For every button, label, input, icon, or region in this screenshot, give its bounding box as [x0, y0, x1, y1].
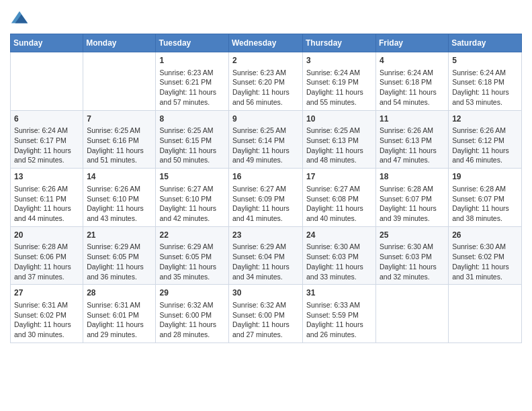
- day-number: 11: [380, 113, 445, 125]
- day-number: 23: [232, 230, 299, 241]
- day-number: 22: [159, 230, 225, 241]
- day-number: 10: [306, 113, 372, 125]
- day-number: 13: [14, 171, 79, 183]
- cell-content: Sunrise: 6:25 AMSunset: 6:14 PMDaylight:…: [232, 126, 299, 165]
- calendar-day-header: Tuesday: [156, 34, 229, 52]
- day-number: 9: [232, 113, 299, 125]
- day-number: 31: [306, 287, 372, 299]
- cell-content: Sunrise: 6:24 AMSunset: 6:18 PMDaylight:…: [380, 68, 445, 107]
- day-number: 2: [232, 55, 299, 66]
- cell-content: Sunrise: 6:31 AMSunset: 6:02 PMDaylight:…: [14, 300, 79, 340]
- calendar-cell: 12Sunrise: 6:26 AMSunset: 6:12 PMDayligh…: [449, 110, 522, 169]
- cell-content: Sunrise: 6:25 AMSunset: 6:16 PMDaylight:…: [87, 126, 152, 165]
- calendar-cell: 29Sunrise: 6:32 AMSunset: 6:00 PMDayligh…: [156, 285, 229, 343]
- calendar-day-header: Thursday: [303, 34, 376, 52]
- cell-content: Sunrise: 6:27 AMSunset: 6:10 PMDaylight:…: [159, 184, 225, 224]
- calendar-cell: 26Sunrise: 6:30 AMSunset: 6:02 PMDayligh…: [449, 226, 522, 285]
- cell-content: Sunrise: 6:30 AMSunset: 6:03 PMDaylight:…: [306, 242, 372, 281]
- day-number: 1: [159, 55, 225, 66]
- cell-content: Sunrise: 6:28 AMSunset: 6:06 PMDaylight:…: [14, 242, 79, 281]
- logo: [10, 9, 30, 28]
- cell-content: Sunrise: 6:30 AMSunset: 6:03 PMDaylight:…: [380, 242, 445, 281]
- calendar-header-row: SundayMondayTuesdayWednesdayThursdayFrid…: [11, 34, 522, 52]
- day-number: 8: [159, 113, 225, 125]
- calendar-cell: 22Sunrise: 6:29 AMSunset: 6:05 PMDayligh…: [156, 226, 229, 285]
- cell-content: Sunrise: 6:26 AMSunset: 6:10 PMDaylight:…: [87, 184, 152, 224]
- cell-content: Sunrise: 6:24 AMSunset: 6:18 PMDaylight:…: [452, 68, 518, 107]
- calendar-week-row: 13Sunrise: 6:26 AMSunset: 6:11 PMDayligh…: [11, 169, 522, 227]
- day-number: 21: [87, 230, 152, 241]
- calendar-cell: 20Sunrise: 6:28 AMSunset: 6:06 PMDayligh…: [11, 226, 83, 285]
- cell-content: Sunrise: 6:23 AMSunset: 6:21 PMDaylight:…: [159, 68, 225, 107]
- cell-content: Sunrise: 6:27 AMSunset: 6:08 PMDaylight:…: [306, 184, 372, 224]
- cell-content: Sunrise: 6:29 AMSunset: 6:05 PMDaylight:…: [159, 242, 225, 281]
- day-number: 24: [306, 230, 372, 241]
- calendar-cell: 9Sunrise: 6:25 AMSunset: 6:14 PMDaylight…: [229, 110, 303, 169]
- cell-content: Sunrise: 6:28 AMSunset: 6:07 PMDaylight:…: [380, 184, 445, 224]
- calendar-cell: 16Sunrise: 6:27 AMSunset: 6:09 PMDayligh…: [229, 169, 303, 227]
- day-number: 5: [452, 55, 518, 66]
- calendar-day-header: Saturday: [449, 34, 522, 52]
- day-number: 27: [14, 287, 79, 299]
- day-number: 19: [452, 171, 518, 183]
- calendar-day-header: Sunday: [11, 34, 83, 52]
- calendar-week-row: 20Sunrise: 6:28 AMSunset: 6:06 PMDayligh…: [11, 226, 522, 285]
- cell-content: Sunrise: 6:24 AMSunset: 6:17 PMDaylight:…: [14, 126, 79, 165]
- day-number: 15: [159, 171, 225, 183]
- calendar-cell: 28Sunrise: 6:31 AMSunset: 6:01 PMDayligh…: [83, 285, 156, 343]
- day-number: 14: [87, 171, 152, 183]
- cell-content: Sunrise: 6:27 AMSunset: 6:09 PMDaylight:…: [232, 184, 299, 224]
- day-number: 25: [380, 230, 445, 241]
- calendar-cell: 5Sunrise: 6:24 AMSunset: 6:18 PMDaylight…: [449, 52, 522, 111]
- calendar-cell: 10Sunrise: 6:25 AMSunset: 6:13 PMDayligh…: [303, 110, 376, 169]
- cell-content: Sunrise: 6:26 AMSunset: 6:12 PMDaylight:…: [452, 126, 518, 165]
- cell-content: Sunrise: 6:25 AMSunset: 6:13 PMDaylight:…: [306, 126, 372, 165]
- calendar-cell: 23Sunrise: 6:29 AMSunset: 6:04 PMDayligh…: [229, 226, 303, 285]
- cell-content: Sunrise: 6:32 AMSunset: 6:00 PMDaylight:…: [232, 300, 299, 340]
- page: SundayMondayTuesdayWednesdayThursdayFrid…: [0, 0, 532, 411]
- day-number: 4: [380, 55, 445, 66]
- calendar-day-header: Wednesday: [229, 34, 303, 52]
- cell-content: Sunrise: 6:26 AMSunset: 6:11 PMDaylight:…: [14, 184, 79, 224]
- day-number: 20: [14, 230, 79, 241]
- day-number: 16: [232, 171, 299, 183]
- cell-content: Sunrise: 6:28 AMSunset: 6:07 PMDaylight:…: [452, 184, 518, 224]
- cell-content: Sunrise: 6:25 AMSunset: 6:15 PMDaylight:…: [159, 126, 225, 165]
- calendar-day-header: Monday: [83, 34, 156, 52]
- calendar-cell: 17Sunrise: 6:27 AMSunset: 6:08 PMDayligh…: [303, 169, 376, 227]
- calendar-cell: 13Sunrise: 6:26 AMSunset: 6:11 PMDayligh…: [11, 169, 83, 227]
- cell-content: Sunrise: 6:31 AMSunset: 6:01 PMDaylight:…: [87, 300, 152, 340]
- calendar-week-row: 27Sunrise: 6:31 AMSunset: 6:02 PMDayligh…: [11, 285, 522, 343]
- day-number: 30: [232, 287, 299, 299]
- day-number: 12: [452, 113, 518, 125]
- cell-content: Sunrise: 6:26 AMSunset: 6:13 PMDaylight:…: [380, 126, 445, 165]
- calendar-cell: 11Sunrise: 6:26 AMSunset: 6:13 PMDayligh…: [376, 110, 449, 169]
- calendar-cell: [11, 52, 83, 111]
- calendar-cell: 24Sunrise: 6:30 AMSunset: 6:03 PMDayligh…: [303, 226, 376, 285]
- cell-content: Sunrise: 6:33 AMSunset: 5:59 PMDaylight:…: [306, 300, 372, 340]
- calendar-cell: 8Sunrise: 6:25 AMSunset: 6:15 PMDaylight…: [156, 110, 229, 169]
- calendar-cell: 2Sunrise: 6:23 AMSunset: 6:20 PMDaylight…: [229, 52, 303, 111]
- cell-content: Sunrise: 6:24 AMSunset: 6:19 PMDaylight:…: [306, 68, 372, 107]
- cell-content: Sunrise: 6:23 AMSunset: 6:20 PMDaylight:…: [232, 68, 299, 107]
- calendar-cell: 27Sunrise: 6:31 AMSunset: 6:02 PMDayligh…: [11, 285, 83, 343]
- calendar-cell: 6Sunrise: 6:24 AMSunset: 6:17 PMDaylight…: [11, 110, 83, 169]
- calendar-cell: 30Sunrise: 6:32 AMSunset: 6:00 PMDayligh…: [229, 285, 303, 343]
- calendar-day-header: Friday: [376, 34, 449, 52]
- day-number: 7: [87, 113, 152, 125]
- day-number: 6: [14, 113, 79, 125]
- calendar-cell: 7Sunrise: 6:25 AMSunset: 6:16 PMDaylight…: [83, 110, 156, 169]
- cell-content: Sunrise: 6:30 AMSunset: 6:02 PMDaylight:…: [452, 242, 518, 281]
- calendar-cell: 21Sunrise: 6:29 AMSunset: 6:05 PMDayligh…: [83, 226, 156, 285]
- calendar-cell: 15Sunrise: 6:27 AMSunset: 6:10 PMDayligh…: [156, 169, 229, 227]
- cell-content: Sunrise: 6:29 AMSunset: 6:04 PMDaylight:…: [232, 242, 299, 281]
- day-number: 28: [87, 287, 152, 299]
- cell-content: Sunrise: 6:32 AMSunset: 6:00 PMDaylight:…: [159, 300, 225, 340]
- calendar-cell: [83, 52, 156, 111]
- calendar-cell: [376, 285, 449, 343]
- logo-icon: [10, 9, 29, 28]
- header: [10, 7, 522, 28]
- day-number: 18: [380, 171, 445, 183]
- day-number: 26: [452, 230, 518, 241]
- calendar-cell: 19Sunrise: 6:28 AMSunset: 6:07 PMDayligh…: [449, 169, 522, 227]
